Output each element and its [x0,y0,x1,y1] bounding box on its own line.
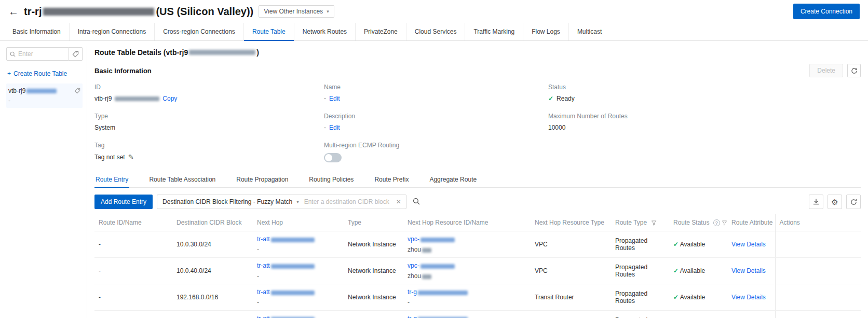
col-type: Type [344,214,403,231]
status-value: Ready [557,95,575,102]
subtab-route-entry[interactable]: Route Entry [94,172,129,187]
resource-link[interactable]: tr-g [408,288,468,296]
tab-multicast[interactable]: Multicast [568,23,610,40]
create-route-table-link[interactable]: + Create Route Table [7,70,82,77]
col-actions: Actions [775,214,861,231]
next-hop-sub: - [257,299,340,306]
tab-flow-logs[interactable]: Flow Logs [523,23,568,40]
name-value: - [324,95,326,102]
status-label: Status [548,84,861,91]
cidr-search-input[interactable] [304,198,391,205]
subtab-route-table-association[interactable]: Route Table Association [148,172,216,187]
help-icon[interactable]: ? [713,219,720,226]
subtab-route-prefix[interactable]: Route Prefix [373,172,410,187]
next-hop-link[interactable]: tr-att [257,315,315,318]
description-label: Description [324,113,548,120]
id-value-prefix: vtb-rj9 [94,95,112,102]
resource-link[interactable]: vpc- [408,236,455,243]
tab-network-routes[interactable]: Network Routes [294,23,355,40]
page-header: ← tr-rj (US (Silicon Valley)) View Other… [0,0,868,23]
next-hop-link[interactable]: tr-att [257,288,315,296]
refresh-details-button[interactable] [847,64,861,77]
check-icon: ✓ [673,294,679,301]
col-route-type: Route Type [611,214,669,231]
check-icon: ✓ [673,267,679,274]
next-hop-link[interactable]: tr-att [257,236,315,243]
tab-intra-region-connections[interactable]: Intra-region Connections [69,23,154,40]
route-type-cell: Propagated Routes [611,258,669,284]
route-attribute-cell: View Details [727,311,775,318]
resource-link[interactable]: tr-g [408,315,468,318]
create-connection-button[interactable]: Create Connection [793,4,860,19]
basic-information-fields: ID vtb-rj9 Copy Name - Edit Status ✓ Rea [94,84,861,162]
download-button[interactable] [809,195,823,209]
edit-name-link[interactable]: Edit [329,95,340,102]
ecmp-toggle[interactable] [324,153,342,162]
cidr-filter-select[interactable]: Destination CIDR Block Filtering - Fuzzy… [157,195,304,209]
resource-type-cell: VPC [531,258,611,284]
route-attribute-cell: View Details [727,231,775,258]
col-route-status-label: Route Status [673,219,709,226]
route-table-item-sub: - [8,97,80,104]
tag-icon [72,51,79,58]
view-other-instances-dropdown[interactable]: View Other Instances ▾ [259,5,334,18]
col-next-hop-resource-id: Next Hop Resource ID/Name [403,214,531,231]
route-table-list-item[interactable]: vtb-rj9 - [6,84,83,108]
edit-description-link[interactable]: Edit [329,124,340,131]
route-id-cell: - [94,231,172,258]
route-id-cell: - [94,284,172,311]
filter-icon[interactable] [722,220,727,226]
sidebar-search-input[interactable] [18,50,65,58]
type-cell: Network Instance [344,231,403,258]
back-icon[interactable]: ← [8,6,19,17]
actions-cell [775,258,861,284]
tab-traffic-marking[interactable]: Traffic Marking [465,23,523,40]
max-routes-value: 10000 [548,124,565,131]
refresh-icon [850,199,857,205]
resource-line2: zhou [408,272,421,280]
column-settings-button[interactable]: ⚙ [828,195,842,209]
tab-cloud-services[interactable]: Cloud Services [406,23,465,40]
refresh-icon [851,67,858,74]
instance-name-prefix: tr-rj [24,6,42,18]
resource-line2: - [408,299,526,306]
type-cell: Network Instance [344,258,403,284]
tab-basic-information[interactable]: Basic Information [4,23,69,40]
route-attribute-cell: View Details [727,258,775,284]
cidr-filter-select-label: Destination CIDR Block Filtering - Fuzzy… [162,198,292,205]
delete-button[interactable]: Delete [809,64,843,77]
tab-cross-region-connections[interactable]: Cross-region Connections [154,23,243,40]
view-details-link[interactable]: View Details [731,241,766,248]
tab-route-table[interactable]: Route Table [243,23,294,40]
subtab-routing-policies[interactable]: Routing Policies [308,172,355,187]
cidr-cell: 192.168.0.0/16 [172,311,253,318]
chevron-down-icon: ▾ [327,9,329,14]
type-label: Type [94,113,324,120]
resource-type-cell: VPC [531,231,611,258]
redacted-instance-id [43,8,154,16]
subtab-route-propagation[interactable]: Route Propagation [235,172,289,187]
next-hop-cell: tr-att - [253,311,344,318]
view-details-link[interactable]: View Details [731,267,766,274]
description-value: - [324,124,326,131]
tag-label: Tag [94,142,324,149]
actions-cell [775,231,861,258]
refresh-table-button[interactable] [846,195,861,209]
check-icon: ✓ [673,241,679,248]
edit-tag-icon[interactable]: ✎ [128,153,134,161]
tag-filter-button[interactable] [69,47,83,61]
clear-input-icon[interactable]: ✕ [391,198,406,205]
view-details-link[interactable]: View Details [731,294,766,301]
subtab-aggregate-route[interactable]: Aggregate Route [428,172,478,187]
field-max-routes: Maximum Number of Routes 10000 [548,113,861,131]
search-button[interactable] [411,198,422,206]
tab-privatezone[interactable]: PrivateZone [355,23,406,40]
filter-icon[interactable] [651,220,657,226]
next-hop-link[interactable]: tr-att [257,262,315,269]
cidr-cell: 10.0.30.0/24 [172,231,253,258]
resource-link[interactable]: vpc- [408,262,455,269]
add-route-entry-button[interactable]: Add Route Entry [94,195,153,209]
tag-value: Tag not set [94,154,125,161]
copy-id-link[interactable]: Copy [162,95,177,102]
page-title: tr-rj (US (Silicon Valley)) [24,6,253,18]
